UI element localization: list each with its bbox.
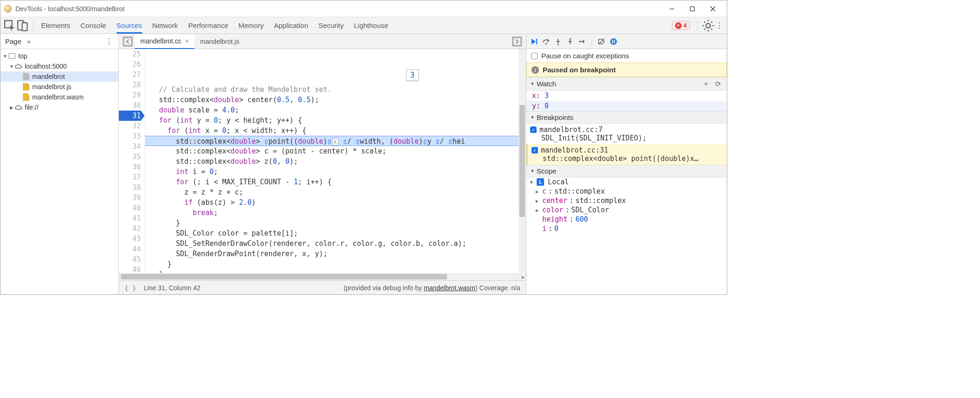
- svg-point-13: [569, 38, 571, 40]
- error-count: 4: [683, 22, 687, 29]
- tab-sources[interactable]: Sources: [117, 18, 142, 33]
- show-debugger-icon[interactable]: [512, 36, 522, 47]
- app-logo-icon: [4, 5, 12, 13]
- breakpoint-item[interactable]: ✓mandelbrot.cc:7 SDL_Init(SDL_INIT_VIDEO…: [526, 124, 727, 144]
- svg-point-14: [579, 41, 581, 42]
- local-badge-icon: L: [537, 178, 544, 186]
- file-tree: ▼ top ▼ localhost:5000 mandelbrot mandel…: [0, 49, 118, 114]
- error-count-badge[interactable]: × 4: [672, 21, 690, 30]
- scope-local-header[interactable]: ▼LLocal: [526, 177, 727, 187]
- svg-point-11: [545, 43, 547, 45]
- deactivate-breakpoints-icon[interactable]: [598, 38, 605, 45]
- navigator-menu-icon[interactable]: ⋮: [104, 37, 114, 46]
- navigator-sidebar: Page » ⋮ ▼ top ▼ localhost:5000 m: [0, 34, 119, 294]
- tab-application[interactable]: Application: [274, 18, 308, 33]
- pause-caught-label: Pause on caught exceptions: [541, 52, 629, 60]
- tree-origin[interactable]: ▼ localhost:5000: [0, 61, 118, 71]
- tab-memory[interactable]: Memory: [239, 18, 264, 33]
- tab-performance[interactable]: Performance: [188, 18, 228, 33]
- svg-point-16: [610, 38, 617, 45]
- script-icon: [23, 83, 29, 91]
- resume-icon[interactable]: [530, 38, 538, 45]
- value-tooltip: 3: [406, 70, 419, 81]
- tab-console[interactable]: Console: [81, 18, 106, 33]
- window-title: DevTools - localhost:5000/mandelbrot: [15, 5, 662, 13]
- tree-file-mandelbrot-js[interactable]: mandelbrot.js: [0, 82, 118, 92]
- breakpoint-checkbox[interactable]: ✓: [531, 147, 538, 154]
- scope-variable[interactable]: ▶center: std::complex: [526, 196, 727, 205]
- step-out-icon[interactable]: [566, 38, 574, 45]
- cloud-icon: [14, 63, 23, 69]
- svg-rect-6: [22, 22, 27, 30]
- tree-file-mandelbrot[interactable]: mandelbrot: [0, 71, 118, 82]
- debug-info-link[interactable]: mandelbrot.wasm: [424, 284, 476, 292]
- panel-tabs: Elements Console Sources Network Perform…: [41, 18, 672, 33]
- main-toolbar: Elements Console Sources Network Perform…: [0, 17, 727, 34]
- horizontal-scrollbar[interactable]: ▸: [119, 273, 526, 280]
- error-icon: ×: [675, 22, 682, 29]
- device-toggle-icon[interactable]: [16, 19, 29, 32]
- document-icon: [23, 73, 29, 80]
- paused-infobar: i Paused on breakpoint: [526, 63, 727, 77]
- pause-exceptions-icon[interactable]: [610, 38, 617, 45]
- breakpoints-section-header[interactable]: ▼Breakpoints: [526, 111, 727, 124]
- info-icon: i: [531, 66, 539, 74]
- breakpoint-checkbox[interactable]: ✓: [530, 126, 537, 133]
- cloud-icon: [14, 105, 23, 110]
- vertical-scrollbar[interactable]: [518, 49, 526, 273]
- cursor-position: Line 31, Column 42: [144, 284, 200, 292]
- editor-tab-mandelbrot-js[interactable]: mandelbrot.js: [194, 34, 245, 49]
- svg-rect-9: [513, 37, 521, 45]
- pause-caught-checkbox[interactable]: [531, 53, 538, 59]
- minimize-button[interactable]: [662, 2, 682, 16]
- tab-elements[interactable]: Elements: [41, 18, 70, 33]
- editor-tab-mandelbrot-cc[interactable]: mandelbrot.cc ×: [135, 34, 194, 49]
- script-icon: [23, 93, 29, 101]
- tree-file-scheme[interactable]: ▶ file://: [0, 102, 118, 112]
- settings-icon[interactable]: [702, 19, 715, 32]
- scope-variable[interactable]: ▶c: std::complex: [526, 187, 727, 196]
- scope-variable[interactable]: i: 0: [526, 224, 727, 233]
- navigator-page-tab[interactable]: Page: [5, 37, 21, 45]
- debugger-panel: Pause on caught exceptions i Paused on b…: [526, 34, 727, 294]
- close-button[interactable]: [703, 2, 723, 16]
- step-icon[interactable]: [579, 38, 586, 45]
- code-editor[interactable]: 2526272829303132333435363738394041424344…: [119, 49, 526, 273]
- tab-lighthouse[interactable]: Lighthouse: [354, 18, 388, 33]
- editor-status-bar: { } Line 31, Column 42 (provided via deb…: [119, 280, 526, 294]
- maximize-button[interactable]: [682, 2, 703, 16]
- svg-point-7: [706, 23, 710, 28]
- title-bar: DevTools - localhost:5000/mandelbrot: [0, 0, 727, 17]
- scope-variable[interactable]: height: 600: [526, 215, 727, 224]
- watch-item[interactable]: y: 0: [526, 101, 727, 111]
- show-navigator-icon[interactable]: [123, 36, 133, 47]
- tab-network[interactable]: Network: [152, 18, 178, 33]
- add-watch-icon[interactable]: ＋: [701, 79, 711, 88]
- close-tab-icon[interactable]: ×: [185, 37, 189, 45]
- scope-variable[interactable]: ▶color: SDL_Color: [526, 205, 727, 215]
- debug-info-label: (provided via debug info by mandelbrot.w…: [344, 284, 520, 292]
- pretty-print-icon[interactable]: { }: [124, 284, 136, 292]
- tree-top[interactable]: ▼ top: [0, 51, 118, 61]
- navigator-more-tabs-icon[interactable]: »: [27, 38, 31, 45]
- svg-rect-8: [124, 37, 131, 45]
- watch-section-header[interactable]: ▼Watch ＋ ⟳: [526, 77, 727, 91]
- scope-section-header[interactable]: ▼Scope: [526, 165, 727, 177]
- svg-line-15: [599, 39, 604, 44]
- svg-rect-18: [614, 40, 615, 43]
- refresh-watch-icon[interactable]: ⟳: [713, 80, 723, 88]
- tree-file-mandelbrot-wasm[interactable]: mandelbrot.wasm: [0, 92, 118, 102]
- editor-panel: mandelbrot.cc × mandelbrot.js 2526272829…: [119, 34, 526, 294]
- step-into-icon[interactable]: [554, 38, 562, 45]
- svg-rect-1: [690, 7, 695, 11]
- svg-rect-17: [612, 40, 613, 43]
- breakpoint-item[interactable]: ✓mandelbrot.cc:31 std::complex<double> p…: [526, 144, 727, 165]
- more-icon[interactable]: ⋮: [715, 19, 724, 32]
- window-icon: [9, 53, 15, 59]
- svg-point-12: [557, 43, 559, 45]
- tab-security[interactable]: Security: [318, 18, 344, 33]
- svg-rect-10: [536, 39, 537, 44]
- watch-item[interactable]: x: 3: [526, 91, 727, 101]
- inspect-element-icon[interactable]: [3, 19, 16, 32]
- step-over-icon[interactable]: [542, 38, 550, 45]
